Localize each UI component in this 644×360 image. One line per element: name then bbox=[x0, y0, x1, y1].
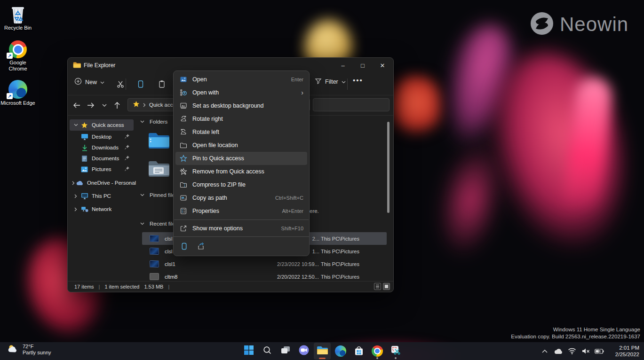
store-icon bbox=[354, 346, 364, 356]
file-row[interactable]: clsl1 2/23/2022 10:59... This PC\Picture… bbox=[142, 258, 387, 270]
search-button[interactable] bbox=[259, 343, 276, 360]
edge-button[interactable] bbox=[332, 343, 349, 360]
chevron-right-icon[interactable] bbox=[72, 194, 80, 198]
sidebar-item-pictures[interactable]: Pictures bbox=[70, 164, 134, 175]
chevron-down-icon bbox=[138, 194, 146, 196]
sidebar-item-documents[interactable]: Documents bbox=[70, 153, 134, 164]
this-pc-icon bbox=[80, 192, 88, 200]
system-tray bbox=[540, 342, 604, 360]
copy-path-icon bbox=[179, 194, 187, 202]
image-thumbnail bbox=[150, 273, 159, 280]
up-button[interactable] bbox=[112, 101, 122, 110]
tray-chevron-up-icon[interactable] bbox=[540, 346, 550, 356]
context-menu-item-copy-as-path[interactable]: Copy as path Ctrl+Shift+C bbox=[174, 191, 309, 204]
folder-tile-documents-icon[interactable] bbox=[148, 159, 170, 178]
context-menu-item-compress-to-zip[interactable]: Compress to ZIP file bbox=[174, 178, 309, 191]
task-view-button[interactable] bbox=[277, 343, 294, 360]
context-menu-item-show-more-options[interactable]: Show more options Shift+F10 bbox=[174, 222, 309, 235]
snipping-tool-button[interactable] bbox=[387, 343, 404, 360]
context-menu-item-properties[interactable]: Properties Alt+Enter bbox=[174, 204, 309, 218]
chevron-right-icon[interactable] bbox=[72, 181, 75, 185]
paste-icon[interactable] bbox=[157, 79, 167, 89]
context-menu-item-pin-to-quick-access[interactable]: Pin to Quick access bbox=[175, 152, 307, 165]
back-button[interactable] bbox=[72, 101, 81, 110]
desktop-icon-microsoft-edge[interactable]: ↗ Microsoft Edge bbox=[0, 79, 36, 106]
copy-icon[interactable] bbox=[179, 242, 189, 251]
folder-location-icon bbox=[179, 141, 187, 149]
sidebar-item-this-pc[interactable]: This PC bbox=[70, 190, 134, 202]
status-separator: | bbox=[99, 284, 100, 290]
pinned-files-hint: ere. bbox=[310, 208, 319, 214]
new-button-label: New bbox=[85, 79, 97, 86]
widgets-weather-button[interactable]: 72°F Partly sunny bbox=[7, 344, 51, 356]
context-menu-item-label: Pin to Quick access bbox=[192, 155, 244, 162]
desktop-icon-recycle-bin[interactable]: Recycle Bin bbox=[0, 4, 36, 31]
sidebar-item-label: Quick access bbox=[92, 122, 124, 128]
chrome-button[interactable] bbox=[369, 343, 386, 360]
context-menu-shortcut: Ctrl+Shift+C bbox=[275, 195, 303, 201]
context-menu-item-rotate-right[interactable]: Rotate right bbox=[174, 112, 309, 125]
section-recent-files[interactable]: Recent files bbox=[138, 221, 178, 227]
running-indicator bbox=[319, 358, 326, 359]
sidebar-item-network[interactable]: Network bbox=[70, 203, 134, 215]
pictures-icon bbox=[80, 165, 88, 173]
share-icon[interactable] bbox=[196, 242, 206, 251]
filter-button[interactable]: Filter bbox=[315, 78, 346, 86]
copy-icon[interactable] bbox=[136, 79, 145, 89]
forward-button[interactable] bbox=[86, 101, 95, 110]
volume-muted-icon[interactable] bbox=[580, 346, 591, 356]
large-icons-view-button[interactable] bbox=[383, 283, 390, 290]
chevron-down-icon[interactable] bbox=[72, 124, 80, 126]
quick-access-star-icon bbox=[133, 101, 140, 110]
section-folders[interactable]: Folders bbox=[138, 119, 167, 125]
sidebar-item-label: OneDrive - Personal bbox=[87, 180, 136, 186]
microsoft-store-button[interactable] bbox=[350, 343, 367, 360]
start-icon bbox=[244, 345, 254, 357]
context-menu-item-rotate-left[interactable]: Rotate left bbox=[174, 125, 309, 139]
context-menu-item-set-as-desktop-background[interactable]: Set as desktop background bbox=[174, 99, 309, 112]
clock[interactable]: 2:01 PM 2/25/2022 bbox=[615, 344, 639, 358]
start-button[interactable] bbox=[240, 343, 257, 360]
chevron-right-icon[interactable] bbox=[72, 207, 80, 211]
chat-button[interactable] bbox=[295, 343, 312, 360]
desktop-icon-google-chrome[interactable]: ↗ Google Chrome bbox=[0, 39, 36, 72]
context-menu-item-open[interactable]: Open Enter bbox=[174, 73, 309, 86]
sidebar-item-quick-access[interactable]: Quick access bbox=[70, 119, 134, 131]
pin-icon bbox=[124, 155, 130, 161]
status-separator: | bbox=[168, 284, 169, 290]
battery-charging-icon[interactable] bbox=[594, 346, 604, 356]
section-pinned-files[interactable]: Pinned files bbox=[138, 192, 177, 198]
cut-icon[interactable] bbox=[116, 79, 125, 89]
see-more-button[interactable]: ••• bbox=[353, 76, 363, 84]
new-button[interactable]: New bbox=[74, 78, 104, 86]
chrome-icon: ↗ bbox=[0, 39, 36, 58]
vertical-scrollbar[interactable] bbox=[387, 122, 390, 213]
onedrive-tray-icon[interactable] bbox=[553, 346, 564, 356]
open-with-icon bbox=[179, 89, 187, 97]
item-count: 17 items bbox=[74, 284, 94, 290]
submenu-arrow-icon: › bbox=[301, 90, 303, 95]
context-menu: Open Enter Open with › Set as desktop ba… bbox=[173, 70, 310, 256]
context-menu-item-open-file-location[interactable]: Open file location bbox=[174, 139, 309, 152]
recent-locations-chevron-icon[interactable] bbox=[100, 101, 109, 110]
wallpaper-blob bbox=[392, 76, 441, 139]
shortcut-arrow-icon: ↗ bbox=[7, 53, 13, 59]
context-menu-item-open-with[interactable]: Open with › bbox=[174, 86, 309, 99]
file-explorer-button[interactable] bbox=[314, 343, 331, 360]
search-input[interactable] bbox=[313, 98, 390, 111]
selection-size: 1.53 MB bbox=[144, 284, 163, 290]
sidebar-item-label: Documents bbox=[92, 156, 119, 161]
file-name: clsl bbox=[165, 236, 173, 242]
close-button[interactable]: ✕ bbox=[373, 58, 392, 73]
folder-tile-icon[interactable] bbox=[148, 131, 170, 150]
shortcut-arrow-icon: ↗ bbox=[7, 93, 13, 99]
sidebar-item-onedrive[interactable]: OneDrive - Personal bbox=[70, 177, 134, 188]
minimize-button[interactable]: – bbox=[333, 58, 353, 73]
context-menu-item-remove-from-quick-access[interactable]: Remove from Quick access bbox=[174, 165, 309, 178]
chat-icon bbox=[298, 344, 310, 358]
sidebar-item-desktop[interactable]: Desktop bbox=[70, 131, 134, 142]
sidebar-item-downloads[interactable]: Downloads bbox=[70, 142, 134, 153]
details-view-button[interactable] bbox=[374, 283, 381, 290]
wifi-icon[interactable] bbox=[567, 346, 577, 356]
maximize-button[interactable]: □ bbox=[353, 58, 373, 73]
